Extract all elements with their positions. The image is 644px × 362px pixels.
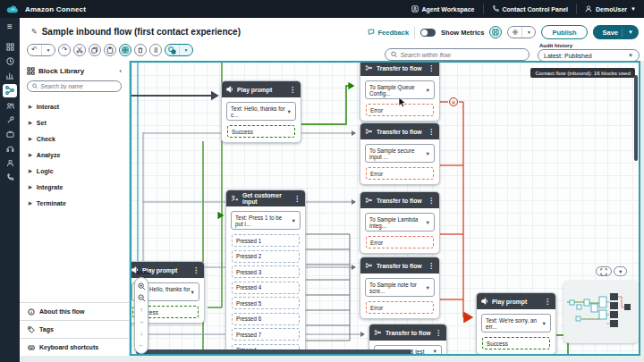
block-header[interactable]: Transfer to flow ⋮ <box>360 192 439 208</box>
pan-down-button[interactable]: ↓ <box>135 327 148 339</box>
kebab-menu-icon[interactable]: ⋮ <box>544 298 551 306</box>
publish-button[interactable]: Publish <box>541 25 587 39</box>
nav-flows-icon[interactable] <box>3 84 17 97</box>
nav-calls-icon[interactable] <box>3 172 17 183</box>
block-parameter[interactable]: To Sample Lambda integ...▼ <box>365 213 435 232</box>
settings-menu-button[interactable]: ▼ <box>521 27 535 38</box>
flow-block-transfer-2[interactable]: Transfer to flow ⋮ To Sample secure inpu… <box>360 122 440 185</box>
save-button[interactable]: Save <box>593 25 623 39</box>
delete-button[interactable] <box>134 44 147 56</box>
pan-right-button[interactable]: → <box>135 316 148 327</box>
feedback-link[interactable]: Feedback <box>368 29 409 37</box>
block-header[interactable]: Get customer input ⋮ <box>226 190 305 206</box>
block-header[interactable]: Play prompt ⋮ <box>222 81 301 97</box>
branch-pressed-2[interactable]: Pressed 2 <box>232 250 300 263</box>
paste-button[interactable] <box>104 44 116 56</box>
undo-button[interactable]: ↶ <box>28 45 41 55</box>
zoom-out-button[interactable] <box>135 292 148 304</box>
kebab-menu-icon[interactable]: ⋮ <box>192 266 199 274</box>
nav-history-icon[interactable] <box>3 55 17 67</box>
redo-button[interactable]: ↷ <box>58 44 71 56</box>
pan-up-button[interactable]: ↑ <box>135 304 148 316</box>
zoom-in-button[interactable] <box>135 281 148 292</box>
block-parameter[interactable]: Text: Press 1 to be put i...▼ <box>231 211 301 230</box>
cut-button[interactable] <box>73 44 86 56</box>
kebab-menu-icon[interactable]: ⋮ <box>293 195 301 203</box>
branch-success[interactable]: Success <box>482 337 550 349</box>
vertical-scrollbar[interactable] <box>634 75 638 161</box>
undo-menu-button[interactable]: ▼ <box>41 45 55 55</box>
category-interact[interactable]: ▶Interact <box>20 98 129 114</box>
branch-pressed-5[interactable]: Pressed 5 <box>232 297 300 309</box>
nav-users-icon[interactable] <box>3 100 17 112</box>
horizontal-scrollbar[interactable] <box>136 349 411 354</box>
agent-workspace-link[interactable]: Agent Workspace <box>403 4 483 14</box>
search-within-flow[interactable] <box>385 48 530 61</box>
tags[interactable]: Tags <box>20 320 129 338</box>
flow-block-play-prompt-3[interactable]: Play prompt ⋮ Text: We're sorry, an err.… <box>476 292 556 355</box>
block-header[interactable]: Transfer to flow ⋮ <box>369 324 446 341</box>
branch-pressed-7[interactable]: Pressed 7 <box>232 328 300 341</box>
auto-layout-button[interactable] <box>165 45 179 55</box>
copy-button[interactable] <box>89 44 101 56</box>
layout-menu-button[interactable]: ▼ <box>179 45 192 55</box>
category-terminate[interactable]: ▶Terminate <box>20 195 129 211</box>
nav-metrics-icon[interactable] <box>3 70 17 81</box>
flow-block-transfer-3[interactable]: Transfer to flow ⋮ To Sample Lambda inte… <box>360 191 440 254</box>
kebab-menu-icon[interactable]: ⋮ <box>428 262 435 270</box>
nav-support-icon[interactable] <box>3 143 17 155</box>
fit-to-view-button[interactable] <box>596 266 612 276</box>
branch-error[interactable]: Error <box>366 236 434 248</box>
branch-pressed-1[interactable]: Pressed 1 <box>232 234 300 247</box>
nav-profile-icon[interactable] <box>3 157 17 169</box>
search-within-flow-input[interactable] <box>400 52 523 58</box>
minimap-menu-button[interactable]: ▼ <box>614 266 627 276</box>
nav-apps-icon[interactable] <box>3 41 17 53</box>
show-metrics-toggle[interactable] <box>420 29 436 37</box>
kebab-menu-icon[interactable]: ⋮ <box>428 128 435 136</box>
block-header[interactable]: Transfer to flow ⋮ <box>360 123 439 139</box>
block-header[interactable]: Play prompt ⋮ <box>477 293 555 309</box>
notes-button[interactable] <box>149 44 162 56</box>
error-connector-endpoint[interactable]: ✕ <box>449 97 458 106</box>
kebab-menu-icon[interactable]: ⋮ <box>289 86 296 94</box>
branch-pressed-6[interactable]: Pressed 6 <box>232 313 300 325</box>
flow-block-transfer-4[interactable]: Transfer to flow ⋮ To Sample note for sc… <box>360 257 440 319</box>
category-integrate[interactable]: ▶Integrate <box>20 179 129 195</box>
block-search-input[interactable] <box>40 83 116 89</box>
branch-success[interactable]: Success <box>227 125 295 138</box>
settings-button[interactable] <box>508 27 521 38</box>
keyboard-shortcuts[interactable]: Keyboard shortcuts <box>20 338 129 356</box>
kebab-menu-icon[interactable]: ⋮ <box>428 197 435 205</box>
flow-canvas[interactable]: Play prompt ⋮ Text: Hello, thanks for c.… <box>130 61 640 356</box>
collapse-panel-icon[interactable]: ‹ <box>119 67 122 75</box>
save-menu-button[interactable]: ▼ <box>622 28 639 37</box>
block-parameter[interactable]: To Sample secure input ...▼ <box>365 144 435 163</box>
category-set[interactable]: ▶Set <box>20 114 129 130</box>
save-snapshot-button[interactable] <box>489 26 502 38</box>
branch-error[interactable]: Error <box>366 301 434 314</box>
nav-tools-icon[interactable] <box>3 114 17 126</box>
block-search[interactable] <box>27 80 122 92</box>
pan-left-button[interactable]: ← <box>135 339 148 350</box>
about-this-flow[interactable]: About this flow <box>20 302 129 320</box>
audit-history-select[interactable]: Latest: Published ▼ <box>538 49 640 62</box>
block-header[interactable]: Transfer to flow ⋮ <box>360 61 439 76</box>
category-check[interactable]: ▶Check <box>20 130 129 147</box>
minimap[interactable] <box>564 281 639 343</box>
kebab-menu-icon[interactable]: ⋮ <box>435 329 442 337</box>
branch-pressed-4[interactable]: Pressed 4 <box>232 282 300 294</box>
category-logic[interactable]: ▶Logic <box>20 163 129 179</box>
contact-control-panel-link[interactable]: Contact Control Panel <box>483 4 577 14</box>
menu-icon[interactable]: ≡ <box>7 22 13 31</box>
flow-block-get-customer-input[interactable]: Get customer input ⋮ Text: Press 1 to be… <box>225 189 306 356</box>
flow-block-transfer-1[interactable]: Transfer to flow ⋮ To Sample Queue Confi… <box>360 61 440 122</box>
user-menu[interactable]: DemoUser ▼ <box>576 4 644 14</box>
branch-pressed-3[interactable]: Pressed 3 <box>232 265 300 278</box>
edit-title-icon[interactable]: ✎ <box>31 28 38 36</box>
kebab-menu-icon[interactable]: ⋮ <box>428 64 435 72</box>
nav-billing-icon[interactable] <box>3 129 17 140</box>
block-parameter[interactable]: Text: Hello, thanks for c...▼ <box>226 102 296 121</box>
block-parameter[interactable]: To Sample note for scre...▼ <box>365 278 435 297</box>
flow-block-play-prompt-1[interactable]: Play prompt ⋮ Text: Hello, thanks for c.… <box>221 80 301 143</box>
